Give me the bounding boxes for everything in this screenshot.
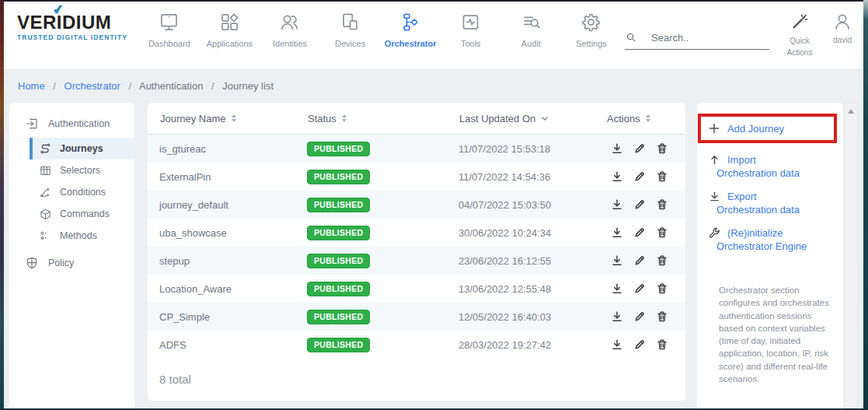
sidebar-item-policy[interactable]: Policy xyxy=(9,251,134,275)
audit-icon xyxy=(521,9,542,34)
status-badge: PUBLISHED xyxy=(307,142,370,156)
column-last-updated[interactable]: Last Updated On xyxy=(459,113,607,124)
delete-icon[interactable] xyxy=(656,338,668,351)
identities-icon xyxy=(279,9,300,34)
add-journey-button[interactable]: Add Journey xyxy=(708,122,784,135)
scrollbar-track[interactable] xyxy=(844,103,858,408)
sidebar-item-commands[interactable]: Commands xyxy=(30,203,134,225)
table-body: is_gtureac PUBLISHED 11/07/2022 15:53:18… xyxy=(148,135,685,359)
sort-icon xyxy=(646,114,650,122)
last-updated-value: 28/03/2022 19:27:42 xyxy=(458,339,606,351)
table-row[interactable]: ADFS PUBLISHED 28/03/2022 19:27:42 xyxy=(148,331,685,359)
search-input[interactable] xyxy=(650,31,790,44)
download-icon[interactable] xyxy=(611,198,623,211)
download-icon[interactable] xyxy=(611,338,623,351)
user-menu[interactable]: david xyxy=(824,12,860,44)
delete-icon[interactable] xyxy=(656,170,668,183)
wrench-icon xyxy=(709,227,720,239)
download-icon[interactable] xyxy=(611,226,623,239)
orchestrator-description: Orchestrator section configures and orch… xyxy=(719,284,829,385)
edit-icon[interactable] xyxy=(633,282,646,295)
nav-item-dashboard[interactable]: Dashboard xyxy=(139,9,200,48)
table-row[interactable]: journey_default PUBLISHED 04/07/2022 15:… xyxy=(148,191,685,219)
table-row[interactable]: stepup PUBLISHED 23/06/2022 16:12:55 xyxy=(148,247,685,275)
plus-icon xyxy=(708,122,720,135)
logo-tagline: TRUSTED DIGITAL IDENTITY xyxy=(17,34,127,41)
settings-icon xyxy=(580,9,601,34)
veridium-manager-screen: VERI✔DIUM TRUSTED DIGITAL IDENTITY Dashb… xyxy=(0,0,868,410)
table-row[interactable]: CP_Simple PUBLISHED 12/05/2022 16:40:03 xyxy=(148,303,685,331)
delete-icon[interactable] xyxy=(656,226,668,239)
download-icon[interactable] xyxy=(611,170,623,183)
journey-name: Location_Aware xyxy=(159,283,307,295)
delete-icon[interactable] xyxy=(656,282,668,295)
status-badge: PUBLISHED xyxy=(307,310,370,324)
edit-icon[interactable] xyxy=(633,226,646,239)
edit-icon[interactable] xyxy=(633,142,646,155)
download-icon[interactable] xyxy=(611,142,623,155)
arrow-down-icon xyxy=(709,191,720,202)
table-row[interactable]: Location_Aware PUBLISHED 13/06/2022 12:5… xyxy=(148,275,685,303)
user-avatar-icon xyxy=(832,12,852,32)
download-icon[interactable] xyxy=(611,254,623,267)
sidebar-item-journeys[interactable]: Journeys xyxy=(30,138,134,159)
nav-item-applications[interactable]: Applications xyxy=(200,9,260,48)
nav-item-identities[interactable]: Identities xyxy=(260,9,320,48)
journey-name: uba_showcase xyxy=(159,227,307,239)
download-icon[interactable] xyxy=(611,310,623,323)
column-journey-name[interactable]: Journey Name xyxy=(160,113,308,124)
table-header: Journey Name Status Last Updated On Acti… xyxy=(148,103,685,135)
actions-panel: Add Journey Import Orchestration data Ex… xyxy=(697,103,843,408)
column-actions[interactable]: Actions xyxy=(607,113,685,124)
sort-icon xyxy=(232,114,236,122)
status-badge: PUBLISHED xyxy=(307,282,370,296)
journey-name: is_gtureac xyxy=(159,143,307,155)
cube-icon xyxy=(39,208,52,221)
tools-icon xyxy=(460,9,481,34)
import-orchestration-button[interactable]: Import Orchestration data xyxy=(697,153,843,180)
delete-icon[interactable] xyxy=(656,198,668,211)
desktop-edge-right xyxy=(863,0,868,410)
sidebar-item-authentication[interactable]: Authentication xyxy=(9,112,134,135)
quick-actions-button[interactable]: QuickActions xyxy=(779,12,820,58)
reinitialize-engine-button[interactable]: (Re)initialize Orchestrator Engine xyxy=(697,226,843,253)
scroll-up-arrow[interactable] xyxy=(848,109,854,114)
delete-icon[interactable] xyxy=(656,310,668,323)
dashboard-icon xyxy=(159,9,180,34)
edit-icon[interactable] xyxy=(633,198,646,211)
download-icon[interactable] xyxy=(611,282,623,295)
sidebar-item-methods[interactable]: Methods xyxy=(30,225,134,247)
table-row[interactable]: uba_showcase PUBLISHED 30/06/2022 10:24:… xyxy=(148,219,685,247)
column-status[interactable]: Status xyxy=(308,113,459,124)
sidebar-item-selectors[interactable]: Selectors xyxy=(30,159,134,181)
breadcrumb-home[interactable]: Home xyxy=(18,80,45,92)
nav-item-settings[interactable]: Settings xyxy=(561,9,622,48)
breadcrumb: Home / Orchestrator / Authentication / J… xyxy=(18,80,274,92)
edit-icon[interactable] xyxy=(633,170,646,183)
delete-icon[interactable] xyxy=(656,254,668,267)
journey-name: ExternalPin xyxy=(159,171,307,183)
table-row[interactable]: ExternalPin PUBLISHED 11/07/2022 14:54:3… xyxy=(148,163,685,191)
delete-icon[interactable] xyxy=(656,142,668,155)
checkmark-icon: ✔ xyxy=(52,2,65,17)
nav-item-devices[interactable]: Devices xyxy=(320,9,381,48)
export-orchestration-button[interactable]: Export Orchestration data xyxy=(697,190,843,216)
nav-item-orchestrator[interactable]: Orchestrator xyxy=(380,9,441,48)
status-badge: PUBLISHED xyxy=(307,198,370,212)
edit-icon[interactable] xyxy=(633,310,646,323)
dots-icon xyxy=(39,230,52,243)
sidebar-item-conditions[interactable]: Conditions xyxy=(30,181,134,203)
login-icon xyxy=(25,117,39,131)
magic-wand-icon xyxy=(790,12,810,31)
annotation-highlight-box: Add Journey xyxy=(698,114,837,143)
table-row[interactable]: is_gtureac PUBLISHED 11/07/2022 15:53:18 xyxy=(148,135,685,163)
edit-icon[interactable] xyxy=(633,338,646,351)
veridium-logo: VERI✔DIUM TRUSTED DIGITAL IDENTITY xyxy=(17,13,127,41)
nav-item-audit[interactable]: Audit xyxy=(501,9,562,48)
journey-name: journey_default xyxy=(159,199,307,211)
edit-icon[interactable] xyxy=(633,254,646,267)
branch-icon xyxy=(39,186,52,199)
nav-item-tools[interactable]: Tools xyxy=(441,9,501,48)
breadcrumb-orchestrator[interactable]: Orchestrator xyxy=(64,80,120,92)
breadcrumb-journey-list: Journey list xyxy=(222,80,274,92)
